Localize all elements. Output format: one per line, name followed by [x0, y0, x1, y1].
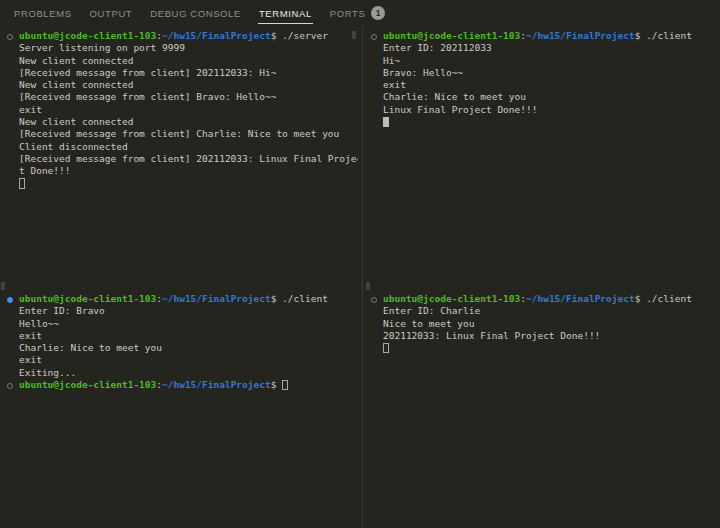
terminal-line: ubuntu@jcode-client1-103:~/hw15/FinalPro…	[6, 379, 358, 391]
terminal-text: Nice to meet you	[383, 318, 475, 329]
tab-output[interactable]: OUTPUT	[89, 3, 134, 24]
tab-debug-console[interactable]: DEBUG CONSOLE	[149, 3, 242, 24]
terminal-text: ~/hw15/FinalProject	[162, 293, 271, 304]
terminal-line: ubuntu@jcode-client1-103:~/hw15/FinalPro…	[6, 293, 358, 305]
terminal-text: Client disconnected	[19, 141, 128, 152]
tab-ports[interactable]: PORTS 1	[329, 1, 387, 25]
terminal-line: exit	[6, 354, 358, 366]
terminal-text: Bravo: Hello~~	[383, 67, 463, 78]
terminal-text: ~/hw15/FinalProject	[162, 30, 271, 41]
terminal-text: ubuntu@jcode-client1-103	[19, 293, 156, 304]
terminal-line: Charlie: Nice to meet you	[370, 91, 718, 103]
terminal-line: [Received message from client] Charlie: …	[6, 128, 358, 140]
terminal-text: exit	[19, 104, 42, 115]
terminal-text: exit	[383, 79, 406, 90]
ports-count-badge: 1	[371, 6, 385, 20]
scrollbar-annotation	[352, 31, 356, 39]
terminal-line: Hi~	[370, 55, 718, 67]
command-decoration-icon	[371, 34, 377, 40]
terminal-line: [Received message from client] 202112033…	[6, 67, 358, 79]
terminal-line: exit	[6, 104, 358, 116]
terminal-line	[6, 178, 358, 190]
terminal-text: $ ./server	[271, 30, 328, 41]
terminal-text: Server listening on port 9999	[19, 42, 185, 53]
terminal-text: exit	[19, 354, 42, 365]
terminal-text: ubuntu@jcode-client1-103	[383, 30, 520, 41]
terminal-line: 202112033: Linux Final Project Done!!!	[370, 330, 718, 342]
terminal-text: New client connected	[19, 55, 133, 66]
terminal-line: exit	[6, 330, 358, 342]
terminal-line: New client connected	[6, 55, 358, 67]
command-decoration-icon	[371, 297, 377, 303]
terminal-line: ubuntu@jcode-client1-103:~/hw15/FinalPro…	[6, 30, 358, 42]
terminal-line: t Done!!!	[6, 165, 358, 177]
terminal-text: ~/hw15/FinalProject	[526, 30, 635, 41]
terminal-text: Linux Final Project Done!!!	[383, 104, 537, 115]
tab-ports-label: PORTS	[330, 8, 366, 19]
terminal-text: ubuntu@jcode-client1-103	[19, 379, 156, 390]
terminal-text: ~/hw15/FinalProject	[162, 379, 271, 390]
terminal-line	[370, 116, 718, 128]
terminal-line: Hello~~	[6, 318, 358, 330]
terminal-text: Enter ID: Bravo	[19, 305, 105, 316]
terminal-text: $ ./client	[635, 30, 692, 41]
terminal-split-area: ubuntu@jcode-client1-103:~/hw15/FinalPro…	[0, 26, 720, 528]
terminal-text: $	[271, 379, 282, 390]
terminal-line: Nice to meet you	[370, 318, 718, 330]
scrollbar-annotation	[366, 282, 370, 290]
terminal-text: ubuntu@jcode-client1-103	[383, 293, 520, 304]
terminal-line: Server listening on port 9999	[6, 42, 358, 54]
scrollbar-annotation	[1, 282, 5, 290]
terminal-line: ubuntu@jcode-client1-103:~/hw15/FinalPro…	[370, 293, 718, 305]
terminal-text: t Done!!!	[19, 165, 70, 176]
terminal-text: [Received message from client] Bravo: He…	[19, 91, 276, 102]
terminal-text: [Received message from client] 202112033…	[19, 67, 276, 78]
terminal-line: Client disconnected	[6, 141, 358, 153]
terminal-line: exit	[370, 79, 718, 91]
terminal-line: New client connected	[6, 79, 358, 91]
terminal-cursor	[19, 178, 25, 189]
terminal-text: Charlie: Nice to meet you	[383, 91, 526, 102]
terminal-line: Charlie: Nice to meet you	[6, 342, 358, 354]
terminal-cursor	[383, 343, 389, 354]
tab-terminal[interactable]: TERMINAL	[258, 3, 313, 24]
terminal-text: Enter ID: 202112033	[383, 42, 492, 53]
command-decoration-icon	[7, 383, 13, 389]
terminal-text: New client connected	[19, 79, 133, 90]
terminal-text: [Received message from client] 202112033…	[19, 153, 358, 164]
terminal-line	[370, 342, 718, 354]
terminal-text: Exiting...	[19, 367, 76, 378]
terminal-line: [Received message from client] Bravo: He…	[6, 91, 358, 103]
terminal-line: Linux Final Project Done!!!	[370, 104, 718, 116]
terminal-text: New client connected	[19, 116, 133, 127]
terminal-line: Bravo: Hello~~	[370, 67, 718, 79]
terminal-line: Enter ID: 202112033	[370, 42, 718, 54]
terminal-pane-client-charlie[interactable]: ubuntu@jcode-client1-103:~/hw15/FinalPro…	[370, 293, 718, 528]
terminal-text: ubuntu@jcode-client1-103	[19, 30, 156, 41]
command-decoration-icon	[7, 297, 13, 303]
terminal-pane-server[interactable]: ubuntu@jcode-client1-103:~/hw15/FinalPro…	[6, 30, 358, 288]
pane-divider[interactable]	[362, 26, 363, 528]
terminal-text: Hello~~	[19, 318, 59, 329]
terminal-text: 202112033: Linux Final Project Done!!!	[383, 330, 600, 341]
terminal-text: Hi~	[383, 55, 400, 66]
terminal-text: ~/hw15/FinalProject	[526, 293, 635, 304]
terminal-text: Enter ID: Charlie	[383, 305, 480, 316]
terminal-line: Enter ID: Charlie	[370, 305, 718, 317]
terminal-cursor	[282, 380, 288, 391]
terminal-line: New client connected	[6, 116, 358, 128]
terminal-line: ubuntu@jcode-client1-103:~/hw15/FinalPro…	[370, 30, 718, 42]
terminal-line: [Received message from client] 202112033…	[6, 153, 358, 165]
terminal-line: Exiting...	[6, 367, 358, 379]
terminal-text: Charlie: Nice to meet you	[19, 342, 162, 353]
terminal-pane-client-bravo[interactable]: ubuntu@jcode-client1-103:~/hw15/FinalPro…	[6, 293, 358, 528]
tab-problems[interactable]: PROBLEMS	[13, 3, 73, 24]
terminal-cursor	[383, 117, 389, 128]
terminal-pane-client-202112033[interactable]: ubuntu@jcode-client1-103:~/hw15/FinalPro…	[370, 30, 718, 288]
terminal-line: Enter ID: Bravo	[6, 305, 358, 317]
panel-tab-bar: PROBLEMS OUTPUT DEBUG CONSOLE TERMINAL P…	[0, 0, 720, 26]
terminal-text: $ ./client	[271, 293, 328, 304]
terminal-text: exit	[19, 330, 42, 341]
terminal-text: $ ./client	[635, 293, 692, 304]
command-decoration-icon	[7, 34, 13, 40]
